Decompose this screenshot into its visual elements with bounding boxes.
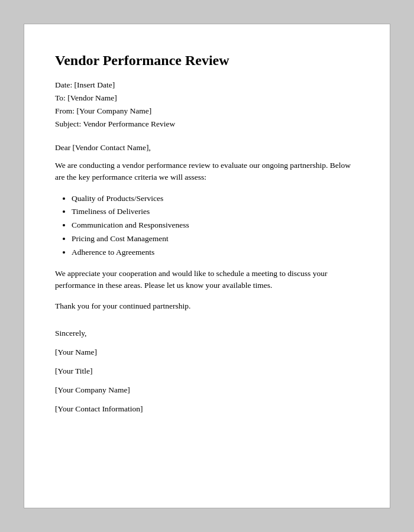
thanks-paragraph: Thank you for your continued partnership…	[55, 300, 359, 312]
list-item: Adherence to Agreements	[72, 246, 359, 259]
meta-date: Date: [Insert Date]	[55, 80, 359, 90]
list-item: Timeliness of Deliveries	[72, 205, 359, 219]
closing-title: [Your Title]	[55, 366, 359, 376]
closing-name: [Your Name]	[55, 348, 359, 357]
list-item: Communication and Responsiveness	[72, 219, 359, 232]
list-item: Pricing and Cost Management	[72, 232, 359, 246]
meta-from: From: [Your Company Name]	[55, 106, 359, 116]
cooperation-paragraph: We appreciate your cooperation and would…	[55, 268, 359, 292]
greeting-line: Dear [Vendor Contact Name],	[55, 143, 359, 153]
document-page: Vendor Performance Review Date: [Insert …	[24, 24, 390, 508]
document-title: Vendor Performance Review	[55, 53, 359, 69]
closing-block: Sincerely, [Your Name] [Your Title] [You…	[55, 329, 359, 414]
meta-to: To: [Vendor Name]	[55, 93, 359, 103]
closing-salutation: Sincerely,	[55, 329, 359, 338]
closing-contact: [Your Contact Information]	[55, 404, 359, 414]
intro-paragraph: We are conducting a vendor performance r…	[55, 160, 359, 184]
criteria-list: Quality of Products/Services Timeliness …	[72, 192, 359, 260]
meta-subject: Subject: Vendor Performance Review	[55, 119, 359, 129]
closing-company: [Your Company Name]	[55, 385, 359, 395]
list-item: Quality of Products/Services	[72, 192, 359, 206]
